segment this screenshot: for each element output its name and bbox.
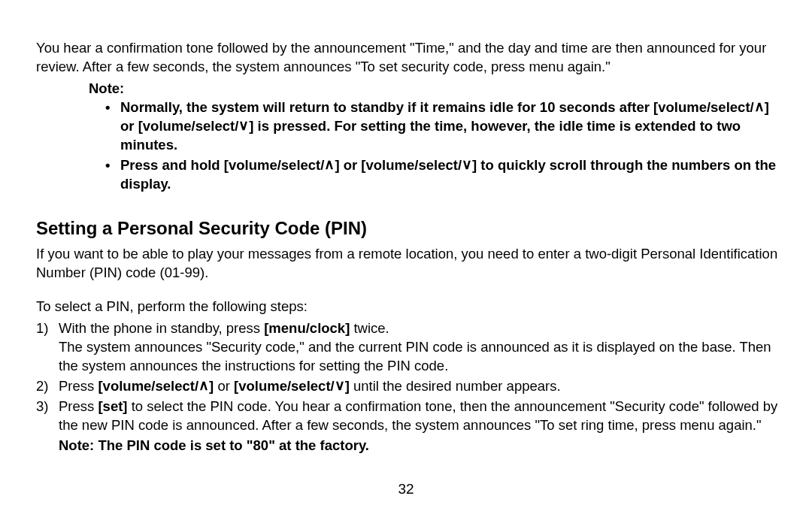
step-bold: [volume/select/∨]	[234, 378, 350, 394]
step-text: until the desired number appears.	[350, 378, 561, 394]
step-2: 2) Press [volume/select/∧] or [volume/se…	[36, 377, 783, 396]
chevron-down-icon: ∨	[462, 156, 472, 174]
section-heading: Setting a Personal Security Code (PIN)	[36, 216, 783, 240]
steps-intro: To select a PIN, perform the following s…	[36, 298, 783, 316]
steps-list: 1) With the phone in standby, press [men…	[36, 319, 783, 455]
step-bold: [set]	[98, 398, 127, 414]
intro-paragraph: You hear a confirmation tone followed by…	[36, 39, 783, 77]
note-label: Note:	[89, 80, 783, 98]
note-list: Normally, the system will return to stan…	[105, 98, 783, 194]
step-text: The system announces "Security code," an…	[59, 339, 771, 373]
step-text: twice.	[350, 320, 389, 336]
step-number: 2)	[36, 377, 48, 396]
note-block: Note: Normally, the system will return t…	[89, 80, 783, 194]
chevron-up-icon: ∧	[754, 98, 765, 116]
chevron-up-icon: ∧	[198, 376, 209, 395]
chevron-up-icon: ∧	[324, 156, 335, 174]
page-number: 32	[398, 479, 414, 499]
step-note: Note: The PIN code is set to "80" at the…	[59, 437, 783, 455]
step-text: to select the PIN code. You hear a confi…	[59, 398, 777, 433]
step-text: Press	[59, 398, 98, 414]
chevron-down-icon: ∨	[238, 116, 249, 135]
note-text: Press and hold [volume/select/	[120, 157, 324, 173]
step-number: 3)	[36, 398, 48, 416]
step-3: 3) Press [set] to select the PIN code. Y…	[36, 398, 783, 455]
section-intro: If you want to be able to play your mess…	[36, 245, 783, 283]
note-text: ] or [volume/select/	[335, 157, 462, 173]
step-text: Press	[59, 378, 98, 394]
note-item-2: Press and hold [volume/select/∧] or [vol…	[105, 156, 783, 194]
step-bold: [menu/clock]	[264, 320, 350, 336]
chevron-down-icon: ∨	[335, 376, 345, 395]
step-number: 1)	[36, 319, 48, 338]
step-text: or	[214, 378, 234, 394]
step-bold: [volume/select/∧]	[98, 378, 214, 394]
note-text: Normally, the system will return to stan…	[120, 99, 754, 115]
step-text: With the phone in standby, press	[59, 320, 264, 336]
step-1: 1) With the phone in standby, press [men…	[36, 319, 783, 376]
note-item-1: Normally, the system will return to stan…	[105, 98, 783, 155]
